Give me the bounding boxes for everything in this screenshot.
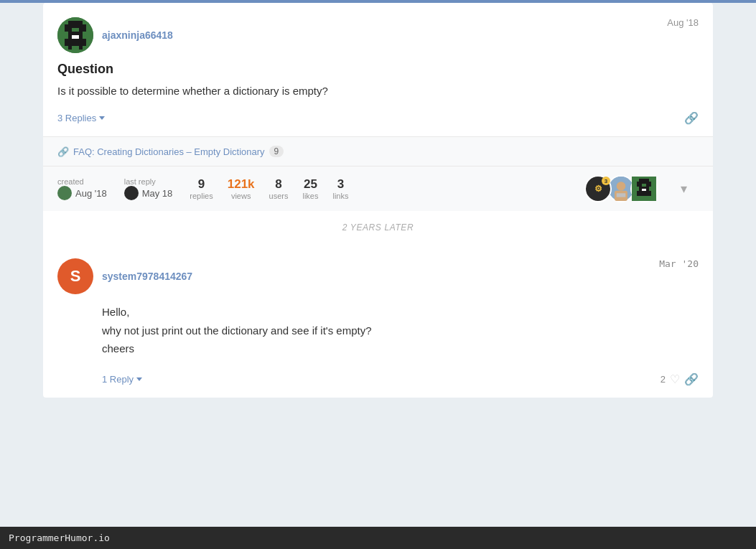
post-2-replies-button[interactable]: 1 Reply bbox=[102, 374, 142, 385]
post-1-share-icon[interactable]: 🔗 bbox=[684, 111, 699, 125]
post-1-header: ajaxninja66418 Aug '18 bbox=[57, 17, 699, 53]
post-1-replies-section: 3 Replies 🔗 bbox=[57, 111, 699, 125]
created-date: Aug '18 bbox=[57, 186, 107, 200]
stat-number-group: 9 replies 121k views 8 users 25 likes 3 bbox=[190, 177, 348, 200]
svg-point-11 bbox=[617, 182, 626, 191]
users-label: users bbox=[269, 192, 289, 200]
faq-link-count: 9 bbox=[269, 146, 284, 157]
post-1-author-section: ajaxninja66418 bbox=[57, 17, 173, 53]
faq-link-section: 🔗 FAQ: Creating Dictionaries – Empty Dic… bbox=[43, 137, 713, 166]
likes-count: 25 bbox=[304, 177, 317, 192]
post-1-replies-button[interactable]: 3 Replies bbox=[57, 113, 105, 123]
svg-rect-4 bbox=[79, 28, 86, 32]
svg-rect-3 bbox=[65, 28, 72, 32]
post-2: S system7978414267 Mar '20 Hello, why no… bbox=[43, 244, 713, 398]
last-reply-label: last reply bbox=[124, 177, 173, 186]
likes-label: likes bbox=[302, 192, 318, 200]
post-2-avatar: S bbox=[57, 258, 93, 294]
expand-button[interactable]: ▾ bbox=[669, 175, 699, 202]
faq-link-text: FAQ: Creating Dictionaries – Empty Dicti… bbox=[73, 146, 265, 157]
post-1-author-name[interactable]: ajaxninja66418 bbox=[102, 29, 173, 41]
svg-rect-9 bbox=[79, 46, 83, 50]
post-1-body: Is it possible to determine whether a di… bbox=[57, 83, 699, 100]
svg-rect-18 bbox=[646, 184, 651, 186]
faq-link-icon: 🔗 bbox=[57, 146, 69, 157]
svg-rect-2 bbox=[65, 24, 86, 28]
time-separator: 2 YEARS LATER bbox=[43, 211, 713, 244]
svg-rect-1 bbox=[68, 21, 83, 24]
post-2-author-name[interactable]: system7978414267 bbox=[102, 271, 192, 282]
created-avatar bbox=[57, 186, 72, 200]
post-1-avatar bbox=[57, 17, 93, 53]
stat-links: 3 links bbox=[332, 177, 348, 200]
post-2-line-3: cheers bbox=[102, 339, 699, 358]
bottom-bar-text: ProgrammerHumor.io bbox=[9, 532, 110, 543]
svg-rect-6 bbox=[72, 35, 79, 39]
bottom-bar: ProgrammerHumor.io bbox=[0, 527, 756, 549]
last-reply-date: May 18 bbox=[124, 186, 173, 200]
post-2-actions: 1 Reply 2 ♡ 🔗 bbox=[102, 372, 699, 386]
svg-rect-20 bbox=[642, 189, 647, 191]
post-1-replies-label: 3 Replies bbox=[57, 113, 96, 123]
post-2-replies-label: 1 Reply bbox=[102, 374, 134, 385]
svg-rect-16 bbox=[637, 182, 651, 184]
replies-chevron-icon bbox=[99, 116, 105, 120]
last-reply-avatar bbox=[124, 186, 139, 200]
svg-rect-8 bbox=[68, 46, 72, 50]
post-2-meta: system7978414267 bbox=[102, 271, 192, 282]
faq-link[interactable]: 🔗 FAQ: Creating Dictionaries – Empty Dic… bbox=[57, 146, 699, 157]
post-1-title: Question bbox=[57, 62, 699, 77]
stat-avatar-3 bbox=[630, 175, 658, 202]
post-2-replies-chevron-icon bbox=[136, 377, 142, 381]
post-2-date: Mar '20 bbox=[659, 258, 699, 269]
post-1-date: Aug '18 bbox=[667, 17, 699, 28]
post-2-body: Hello, why not just print out the dictio… bbox=[102, 303, 699, 358]
links-count: 3 bbox=[337, 177, 344, 192]
stat-likes: 25 likes bbox=[302, 177, 318, 200]
svg-rect-7 bbox=[65, 39, 86, 46]
stat-avatars: ⚙ 3 bbox=[584, 175, 658, 202]
post-2-share-icon[interactable]: 🔗 bbox=[684, 372, 699, 386]
post-2-header: S system7978414267 Mar '20 bbox=[57, 258, 699, 294]
views-label: views bbox=[231, 192, 251, 200]
svg-rect-15 bbox=[639, 179, 649, 181]
replies-label: replies bbox=[190, 192, 213, 200]
like-section: 2 ♡ 🔗 bbox=[661, 372, 699, 386]
post-2-line-2: why not just print out the dictionary an… bbox=[102, 322, 699, 340]
stats-bar: created Aug '18 last reply May 18 9 repl… bbox=[43, 166, 713, 211]
stat-replies: 9 replies bbox=[190, 177, 213, 200]
like-count: 2 bbox=[661, 374, 666, 385]
post-1-meta: ajaxninja66418 bbox=[102, 29, 173, 41]
svg-rect-13 bbox=[617, 193, 626, 197]
stat-avatar-1: ⚙ 3 bbox=[584, 175, 612, 202]
post-2-author-section: S system7978414267 bbox=[57, 258, 192, 294]
stat-created: created Aug '18 bbox=[57, 177, 107, 200]
created-label: created bbox=[57, 177, 107, 186]
svg-rect-21 bbox=[637, 191, 651, 196]
views-count: 121k bbox=[228, 177, 255, 192]
svg-rect-17 bbox=[637, 184, 642, 186]
post-2-line-1: Hello, bbox=[102, 303, 699, 322]
users-count: 8 bbox=[275, 177, 281, 192]
replies-count: 9 bbox=[198, 177, 205, 192]
stat-views: 121k views bbox=[228, 177, 255, 200]
heart-icon[interactable]: ♡ bbox=[670, 372, 680, 386]
links-label: links bbox=[332, 192, 348, 200]
post-1: ajaxninja66418 Aug '18 Question Is it po… bbox=[43, 3, 713, 137]
stat-last-reply: last reply May 18 bbox=[124, 177, 173, 200]
stat-users: 8 users bbox=[269, 177, 289, 200]
